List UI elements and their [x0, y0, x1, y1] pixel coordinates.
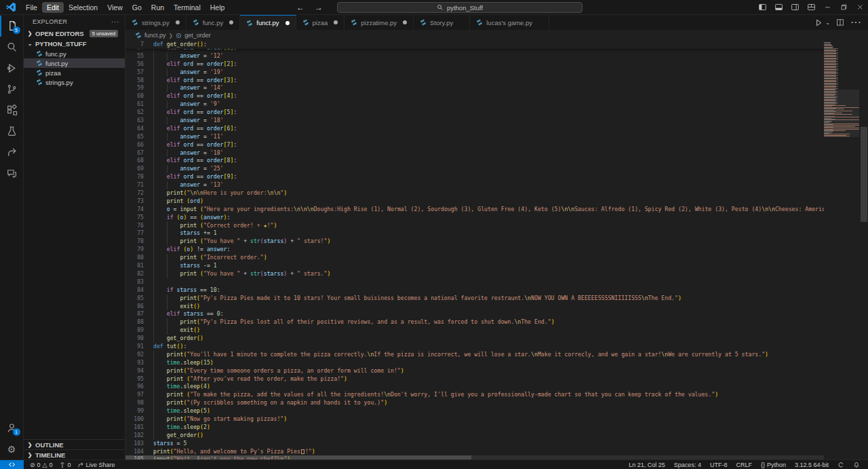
line-number[interactable]: 67: [125, 149, 144, 157]
line-number[interactable]: 66: [125, 141, 144, 149]
tab-func.py[interactable]: func.py: [186, 15, 241, 30]
chat-icon[interactable]: [0, 163, 24, 184]
line-number[interactable]: 57: [125, 69, 144, 77]
tab-funct.py[interactable]: funct.py: [240, 15, 296, 30]
command-center-search[interactable]: python_Stuff: [337, 2, 583, 13]
close-button[interactable]: [852, 0, 868, 14]
line-number[interactable]: 88: [125, 318, 144, 326]
notifications-bell-icon[interactable]: [853, 462, 860, 468]
ports-indicator[interactable]: 0: [59, 462, 71, 468]
code-line-57[interactable]: 57 answer = '19': [125, 69, 824, 77]
code-line-94[interactable]: 94 print("Every time someone orders a pi…: [125, 367, 824, 375]
code-line-66[interactable]: 66 elif ord == order[7]:: [125, 141, 824, 149]
line-number[interactable]: 98: [125, 399, 144, 407]
line-number[interactable]: 70: [125, 173, 144, 181]
line-number[interactable]: 76: [125, 222, 144, 230]
code-line-82[interactable]: 82 print ("You have " + str(starss) + " …: [125, 270, 824, 278]
folder-section[interactable]: ⌄ PYTHON_STUFF: [24, 39, 125, 49]
line-number[interactable]: 89: [125, 326, 144, 335]
scrollbar-thumb[interactable]: [861, 127, 867, 222]
code-line-86[interactable]: 86 exit(): [125, 303, 824, 311]
open-editors-section[interactable]: ❯ OPEN EDITORS 5 unsaved: [24, 29, 125, 39]
toggle-sidebar-icon[interactable]: [754, 0, 770, 14]
file-item-strings.py[interactable]: strings.py: [24, 77, 125, 87]
source-control-icon[interactable]: [0, 79, 24, 100]
line-number[interactable]: 63: [125, 117, 144, 125]
line-number[interactable]: 86: [125, 303, 144, 311]
line-number[interactable]: 60: [125, 92, 144, 100]
line-number[interactable]: 100: [125, 415, 144, 424]
line-number[interactable]: 68: [125, 157, 144, 165]
line-number[interactable]: 62: [125, 109, 144, 117]
code-line-83[interactable]: 83: [125, 278, 824, 286]
line-number[interactable]: 84: [125, 286, 144, 295]
line-number[interactable]: 58: [125, 77, 144, 85]
code-line-92[interactable]: 92 print("You'll have 1 minute to comple…: [125, 351, 824, 359]
line-number[interactable]: 64: [125, 125, 144, 133]
line-number[interactable]: 93: [125, 359, 144, 367]
line-number[interactable]: 74: [125, 206, 144, 214]
code-line-78[interactable]: 78 print ("You have " + str(starss) + " …: [125, 238, 824, 246]
line-number[interactable]: 81: [125, 262, 144, 270]
run-dropdown-icon[interactable]: ⌄: [825, 20, 830, 26]
line-number[interactable]: 87: [125, 310, 144, 318]
code-line-64[interactable]: 64 elif ord == order[6]:: [125, 125, 824, 133]
extensions-icon[interactable]: [0, 100, 24, 121]
line-number[interactable]: 92: [125, 351, 144, 359]
breadcrumb-symbol[interactable]: get_order: [184, 32, 211, 39]
code-line-80[interactable]: 80 print ("Incorrect order."): [125, 254, 824, 262]
line-number[interactable]: 99: [125, 407, 144, 415]
outline-section[interactable]: ❯ OUTLINE: [24, 439, 125, 449]
menu-run[interactable]: Run: [146, 2, 169, 13]
line-number[interactable]: 59: [125, 84, 144, 92]
split-editor-icon[interactable]: [836, 18, 844, 26]
line-number[interactable]: 72: [125, 189, 144, 198]
code-line-72[interactable]: 72 print("\n\nHere is your order:\n\n"): [125, 189, 824, 198]
run-debug-icon[interactable]: [0, 58, 24, 79]
code-line-103[interactable]: 103starss = 5: [125, 440, 824, 448]
timeline-section[interactable]: ❯ TIMELINE: [24, 449, 125, 459]
line-number[interactable]: 73: [125, 198, 144, 206]
line-number[interactable]: 71: [125, 181, 144, 189]
modified-dot-icon[interactable]: [229, 20, 233, 24]
sidebar-more-actions-icon[interactable]: ···: [111, 18, 119, 25]
breadcrumb-file[interactable]: funct.py: [144, 32, 166, 39]
line-number[interactable]: 90: [125, 335, 144, 343]
code-line-70[interactable]: 70 elif ord == order[9]:: [125, 173, 824, 181]
file-item-funct.py[interactable]: funct.py: [24, 58, 125, 68]
code-line-95[interactable]: 95 print ("After you've read the order, …: [125, 375, 824, 383]
line-number[interactable]: 56: [125, 60, 144, 69]
code-line-104[interactable]: 104print("Hello, and welcome to Py's Piz…: [125, 448, 824, 456]
line-number[interactable]: 80: [125, 254, 144, 262]
line-number[interactable]: 79: [125, 246, 144, 254]
horizontal-scrollbar[interactable]: [125, 455, 471, 459]
line-number[interactable]: 69: [125, 165, 144, 173]
vertical-scrollbar[interactable]: [860, 41, 868, 459]
language-mode[interactable]: {} Python: [761, 462, 786, 468]
code-line-100[interactable]: 100 print("Now go start making pizzas!"): [125, 415, 824, 424]
line-number[interactable]: 7: [125, 41, 144, 49]
line-number[interactable]: 77: [125, 229, 144, 238]
line-number[interactable]: 103: [125, 440, 144, 448]
search-sidebar-icon[interactable]: [0, 37, 24, 58]
remote-indicator[interactable]: [0, 460, 24, 469]
forward-arrow-icon[interactable]: →: [315, 3, 323, 12]
modified-dot-icon[interactable]: [403, 20, 407, 24]
tab-strings.py[interactable]: strings.py: [125, 15, 186, 30]
back-arrow-icon[interactable]: ←: [296, 3, 304, 12]
code-line-96[interactable]: 96 time.sleep(4): [125, 383, 824, 391]
menu-go[interactable]: Go: [127, 2, 146, 13]
code-line-63[interactable]: 63 answer = '18': [125, 117, 824, 125]
settings-gear-icon[interactable]: ⚙: [0, 438, 24, 459]
code-line-60[interactable]: 60 elif ord == order[4]:: [125, 92, 824, 100]
code-line-81[interactable]: 81 starss -= 1: [125, 262, 824, 270]
line-number[interactable]: 95: [125, 375, 144, 383]
line-number[interactable]: 102: [125, 432, 144, 440]
tab-pizaa[interactable]: pizaa: [296, 15, 345, 30]
line-number[interactable]: 61: [125, 100, 144, 109]
toggle-secondary-sidebar-icon[interactable]: [787, 0, 803, 14]
code-line-71[interactable]: 71 answer = '13': [125, 181, 824, 189]
code-line-56[interactable]: 56 elif ord == order[2]:: [125, 60, 824, 69]
line-number[interactable]: 96: [125, 383, 144, 391]
code-line-90[interactable]: 90 get_order(): [125, 335, 824, 343]
